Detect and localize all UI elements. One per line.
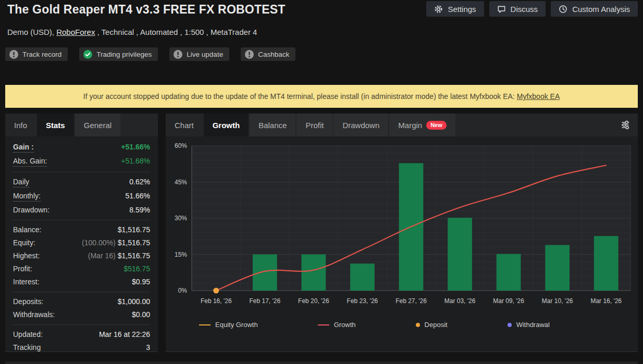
stat-value-text: $0.00 [132, 310, 150, 319]
y-axis-tick: 30% [175, 215, 187, 222]
stats-tabbar: Info Stats General [5, 114, 158, 136]
growth-chart[interactable]: 0%15%30%45%60%Feb 16, '26Feb 17, '26Feb … [166, 139, 638, 319]
settings-button[interactable]: Settings [426, 1, 484, 17]
badge-track-record: Track record [5, 47, 68, 61]
stat-value-text: $0.95 [132, 278, 150, 286]
growth-bar[interactable] [448, 218, 472, 291]
x-axis-tick: Feb 16, '26 [201, 297, 232, 305]
next-section-edge [5, 361, 638, 364]
tab-drawdown[interactable]: Drawdown [333, 114, 388, 136]
legend-item-equity-growth[interactable]: Equity Growth [199, 321, 258, 329]
tab-stats[interactable]: Stats [37, 114, 74, 136]
tab-chart[interactable]: Chart [166, 114, 203, 136]
new-badge: New [426, 121, 447, 130]
legend-item-deposit[interactable]: Deposit [416, 321, 448, 329]
legend-dot-swatch [416, 323, 420, 327]
stat-row: Tracking3 [13, 341, 150, 354]
y-axis-tick: 0% [178, 287, 188, 294]
tab-profit[interactable]: Profit [296, 114, 332, 136]
stat-value-note: (100.00%) [82, 239, 116, 247]
stat-value: 3 [146, 343, 150, 352]
gear-icon [434, 5, 443, 14]
tab-margin-label: Margin [398, 121, 422, 130]
stat-row: Withdrawals:$0.00 [13, 308, 150, 321]
stat-row: Daily0.62% [13, 175, 150, 190]
stats-panel: Info Stats General Gain :+51.66%Abs. Gai… [5, 114, 158, 352]
stat-row: Updated:Mar 16 at 22:26 [13, 328, 150, 341]
account-page: The Gold Reaper MT4 v3.3 FREE FX ROBOTES… [0, 0, 643, 364]
stat-value: 51.66% [126, 192, 150, 200]
myfxbook-ea-link[interactable]: Myfxbook EA [517, 92, 560, 101]
x-axis-tick: Mar 16, '26 [590, 297, 622, 305]
growth-bar[interactable] [253, 255, 277, 291]
stat-value-text: 8.59% [129, 206, 150, 214]
stats-rows: Gain :+51.66%Abs. Gain:+51.68%Daily0.62%… [5, 136, 158, 354]
stat-value-text: $1,516.75 [118, 252, 150, 260]
badge-cashback: Cashback [241, 47, 295, 61]
stat-value-text: 0.62% [129, 178, 150, 186]
badge-label: Live update [187, 51, 223, 58]
legend-label: Equity Growth [215, 321, 258, 329]
stat-label: Monthly: [13, 192, 41, 202]
growth-bar[interactable] [350, 263, 375, 291]
stat-row: Balance:$1,516.75 [13, 223, 150, 236]
account-type-text: Demo (USD), [7, 28, 56, 36]
exclamation-circle-icon [174, 50, 182, 59]
exclamation-circle-icon [9, 50, 18, 59]
x-axis-tick: Mar 10, '26 [542, 297, 573, 305]
stat-row: Abs. Gain:+51.68% [13, 155, 150, 169]
legend-item-growth[interactable]: Growth [318, 321, 356, 329]
stat-value: $516.75 [123, 265, 150, 273]
custom-analysis-button[interactable]: Custom Analysis [551, 1, 638, 17]
stat-label: Highest: [13, 252, 40, 260]
tab-general[interactable]: General [75, 114, 120, 136]
chart-settings-button[interactable] [613, 114, 638, 136]
discuss-icon [497, 5, 506, 14]
badge-label: Track record [22, 51, 61, 58]
stats-separator [13, 220, 150, 220]
stat-value: 0.62% [129, 178, 150, 186]
legend-dot-swatch [508, 323, 512, 327]
legend-line-swatch [318, 324, 329, 325]
account-subtitle: Demo (USD), RoboForex , Technical , Auto… [7, 28, 257, 36]
discuss-button[interactable]: Discuss [489, 1, 546, 17]
tab-growth[interactable]: Growth [204, 114, 249, 136]
stat-label: Deposits: [13, 297, 43, 306]
stat-value: +51.68% [121, 157, 150, 166]
deposit-marker[interactable] [213, 288, 219, 294]
clock-icon [559, 5, 567, 14]
tab-balance[interactable]: Balance [250, 114, 295, 136]
stat-value-text: $1,000.00 [118, 297, 150, 306]
stat-row: Profit:$516.75 [13, 262, 150, 275]
stat-label: Profit: [13, 265, 32, 273]
badge-trading-privileges: Trading privileges [79, 47, 158, 61]
x-axis-tick: Mar 09, '26 [493, 297, 524, 305]
y-axis-tick: 45% [175, 179, 187, 186]
growth-bar[interactable] [497, 254, 521, 291]
badge-label: Cashback [258, 51, 289, 58]
stat-value: 8.59% [129, 206, 150, 215]
custom-analysis-button-label: Custom Analysis [572, 5, 630, 14]
stat-value: $1,516.75 [118, 225, 150, 234]
stat-label: Gain : [13, 143, 34, 153]
status-badges: Track recordTrading privilegesLive updat… [5, 47, 295, 61]
badge-label: Trading privileges [96, 51, 152, 58]
growth-bar[interactable] [594, 236, 619, 291]
growth-bar[interactable] [302, 255, 326, 291]
badge-live-update: Live update [169, 47, 229, 61]
stat-row: Drawdown:8.59% [13, 204, 150, 217]
stat-value: $0.00 [132, 310, 150, 319]
legend-label: Deposit [425, 321, 448, 329]
stats-separator [13, 324, 150, 325]
stat-row: Equity:(100.00%)$1,516.75 [13, 236, 150, 249]
tab-margin[interactable]: Margin New [389, 114, 455, 136]
stat-label: Drawdown: [13, 206, 50, 215]
tab-info[interactable]: Info [5, 114, 36, 136]
check-circle-icon [83, 50, 92, 59]
update-notice-banner: If your account stopped updating due to … [5, 85, 638, 108]
stat-value: +51.66% [121, 143, 150, 152]
growth-bar[interactable] [545, 245, 570, 291]
legend-item-withdrawal[interactable]: Withdrawal [508, 321, 550, 329]
broker-link[interactable]: RoboForex [56, 28, 95, 36]
discuss-button-label: Discuss [511, 5, 538, 14]
